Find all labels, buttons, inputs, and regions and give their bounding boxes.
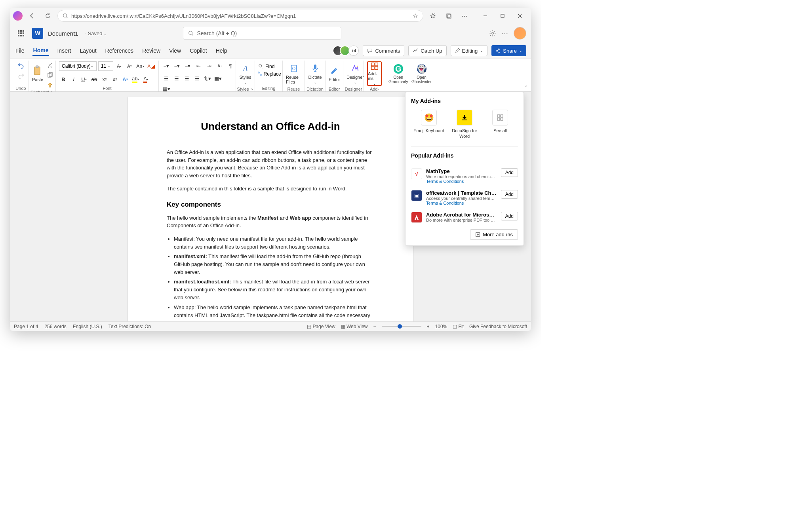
tab-references[interactable]: References	[105, 46, 135, 55]
ghostwriter-button[interactable]: 👻Open Ghostwriter	[411, 61, 432, 86]
numbering-button[interactable]: ≡▾	[173, 61, 181, 70]
tab-help[interactable]: Help	[215, 46, 228, 55]
font-size-select[interactable]: 11⌄	[98, 61, 113, 71]
grow-font[interactable]: A▴	[115, 62, 124, 70]
app-search[interactable]: Search (Alt + Q)	[183, 27, 341, 40]
addin-see-all[interactable]: See all	[484, 110, 516, 139]
page-indicator[interactable]: Page 1 of 4	[14, 324, 38, 329]
align-right[interactable]: ☰	[183, 74, 191, 83]
app-launcher[interactable]	[15, 27, 27, 40]
highlight-color[interactable]: ab▾	[131, 75, 140, 84]
line-spacing[interactable]: ⇅▾	[203, 74, 212, 83]
font-family-select[interactable]: Calibri (Body)⌄	[59, 61, 97, 71]
zoom-in[interactable]: +	[427, 324, 430, 329]
favorite-icon[interactable]	[413, 13, 418, 19]
comments-button[interactable]: Comments	[363, 45, 404, 56]
increase-indent[interactable]: ⇥	[205, 61, 213, 70]
web-view-button[interactable]: ▦ Web View	[341, 324, 368, 329]
tab-copilot[interactable]: Copilot	[189, 46, 208, 55]
favorites-button[interactable]	[426, 10, 439, 22]
zoom-out[interactable]: −	[373, 324, 376, 329]
adobe-add-button[interactable]: Add	[501, 212, 518, 220]
refresh-button[interactable]	[42, 10, 54, 22]
editing-mode-button[interactable]: Editing ⌄	[451, 45, 488, 56]
editor-button[interactable]: Editor	[329, 61, 340, 86]
fit-button[interactable]: ▢ Fit	[453, 324, 464, 329]
justify[interactable]: ☰	[193, 74, 202, 83]
tab-file[interactable]: File	[15, 46, 25, 55]
strikethrough-button[interactable]: ab	[90, 75, 99, 84]
paste-button[interactable]: Paste	[32, 61, 43, 86]
align-center[interactable]: ☰	[172, 74, 181, 83]
profile-avatar[interactable]	[13, 11, 23, 21]
settings-button[interactable]	[489, 30, 496, 37]
zoom-slider[interactable]	[382, 326, 421, 327]
tab-insert[interactable]: Insert	[56, 46, 72, 55]
bullets-button[interactable]: ≡▾	[162, 61, 171, 70]
redo-button[interactable]	[17, 72, 25, 80]
officeatwork-terms-link[interactable]: Terms & Conditions	[426, 201, 497, 205]
change-case[interactable]: Aa▾	[135, 62, 145, 70]
mathtype-terms-link[interactable]: Terms & Conditions	[426, 179, 497, 184]
minimize-button[interactable]	[477, 10, 493, 22]
addins-button[interactable]: Add-ins⌄	[367, 61, 382, 86]
show-marks[interactable]: ¶	[226, 61, 235, 70]
maximize-button[interactable]	[495, 10, 510, 22]
officeatwork-add-button[interactable]: Add	[501, 190, 518, 199]
text-predictions[interactable]: Text Predictions: On	[109, 324, 151, 329]
clear-formatting[interactable]: A◢	[147, 62, 156, 70]
underline-button[interactable]: U▾	[80, 75, 88, 84]
tab-view[interactable]: View	[168, 46, 182, 55]
page-view-button[interactable]: ▤ Page View	[307, 324, 335, 329]
back-button[interactable]	[26, 10, 38, 22]
styles-group-label: Styles ↘	[239, 86, 251, 92]
shrink-font[interactable]: A▾	[125, 62, 134, 70]
text-effects[interactable]: A▾	[121, 75, 129, 84]
language-indicator[interactable]: English (U.S.)	[73, 324, 102, 329]
format-painter-button[interactable]	[46, 80, 54, 89]
document-page[interactable]: Understand an Office Add-in An Office Ad…	[128, 97, 413, 321]
addin-emoji-keyboard[interactable]: 🤩Emoji Keyboard	[413, 110, 445, 139]
font-color[interactable]: A▾	[141, 75, 150, 84]
mathtype-add-button[interactable]: Add	[501, 168, 518, 177]
more-options[interactable]: ⋯	[502, 30, 508, 37]
italic-button[interactable]: I	[69, 75, 78, 84]
shading[interactable]: ▦▾	[213, 74, 223, 83]
collapse-ribbon[interactable]: ⌃	[524, 85, 528, 90]
dictate-button[interactable]: Dictate⌄	[308, 61, 322, 86]
tab-layout[interactable]: Layout	[79, 46, 97, 55]
copy-button[interactable]	[46, 71, 54, 80]
bold-button[interactable]: B	[59, 75, 68, 84]
user-avatar[interactable]	[514, 27, 526, 40]
undo-button[interactable]	[17, 61, 25, 70]
decrease-indent[interactable]: ⇤	[194, 61, 203, 70]
tab-home[interactable]: Home	[32, 46, 49, 56]
close-button[interactable]	[512, 10, 528, 22]
addin-docusign[interactable]: DocuSign for Word	[449, 110, 480, 139]
presence-indicators[interactable]: +4	[336, 46, 359, 56]
styles-button[interactable]: AStyles⌄	[239, 61, 251, 86]
more-addins-button[interactable]: More add-ins	[470, 229, 518, 240]
browser-menu-button[interactable]: ⋯	[458, 10, 471, 22]
save-status[interactable]: - Saved ⌄	[85, 30, 107, 36]
replace-button[interactable]: ᵇcReplace	[258, 71, 281, 77]
feedback-link[interactable]: Give Feedback to Microsoft	[469, 324, 527, 329]
document-name[interactable]: Document1	[48, 30, 78, 37]
superscript-button[interactable]: x2	[110, 75, 119, 84]
collections-button[interactable]	[442, 10, 455, 22]
find-button[interactable]: Find	[258, 64, 274, 69]
grammarly-button[interactable]: GOpen Grammarly	[388, 61, 408, 86]
designer-button[interactable]: Designer⌄	[346, 61, 364, 86]
word-count[interactable]: 256 words	[44, 324, 66, 329]
share-button[interactable]: Share ⌄	[491, 45, 526, 56]
reuse-files-button[interactable]: Reuse Files	[286, 61, 301, 86]
multilevel-list[interactable]: ≡▾	[183, 61, 192, 70]
catchup-button[interactable]: Catch Up	[408, 45, 446, 56]
tab-review[interactable]: Review	[141, 46, 161, 55]
subscript-button[interactable]: x2	[100, 75, 109, 84]
address-bar[interactable]: https://onedrive.live.com/:w:/t/EaCKkPs6…	[57, 10, 423, 22]
zoom-level[interactable]: 100%	[435, 324, 447, 329]
sort-button[interactable]: A↓	[215, 61, 224, 70]
align-left[interactable]: ☰	[162, 74, 171, 83]
cut-button[interactable]	[46, 61, 54, 70]
